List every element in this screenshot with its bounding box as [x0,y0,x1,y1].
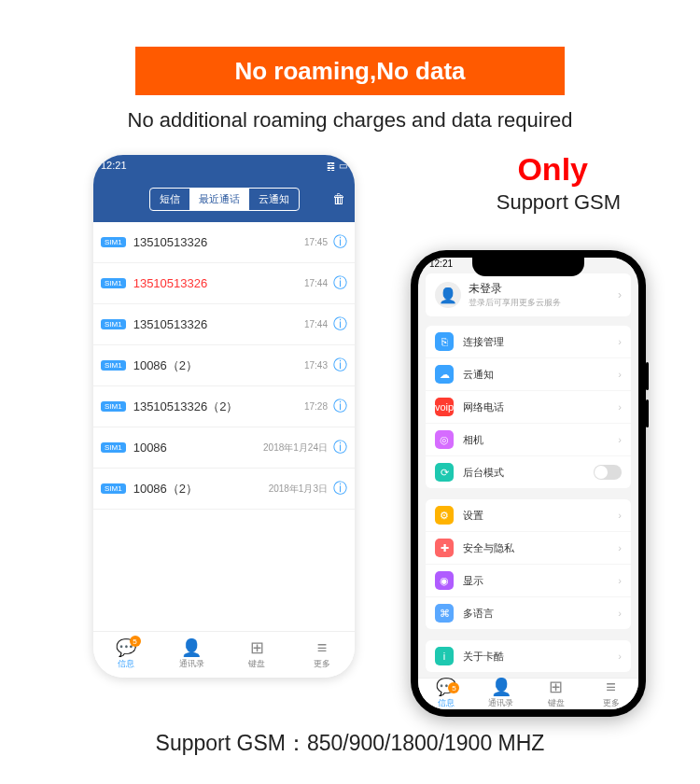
subtitle: No additional roaming charges and data r… [0,108,700,133]
tab-sms[interactable]: 短信 [150,189,189,210]
row-icon: ⎘ [435,332,454,351]
row-label: 多语言 [463,607,618,621]
tab-contacts-r[interactable]: 👤 通讯录 [473,679,528,709]
tab-more[interactable]: ≡ 更多 [289,632,355,678]
row-label: 设置 [463,509,618,523]
settings-row[interactable]: ◎相机› [426,424,631,456]
tab-messages-r[interactable]: 5 💬 信息 [418,679,473,709]
sim-badge: SIM1 [101,319,126,329]
call-row[interactable]: SIM11351051332617:44ⓘ [93,304,355,345]
call-row[interactable]: SIM113510513326（2）17:28ⓘ [93,386,355,427]
info-icon[interactable]: ⓘ [333,233,347,251]
tab-more-r[interactable]: ≡ 更多 [583,679,638,709]
settings-row[interactable]: voip网络电话› [426,391,631,424]
more-icon: ≡ [317,639,328,656]
chevron-right-icon: › [618,608,622,619]
info-icon[interactable]: ⓘ [333,398,347,415]
avatar-icon: 👤 [435,282,461,308]
more-icon: ≡ [606,679,616,695]
sim-badge: SIM1 [101,278,126,288]
info-icon[interactable]: ⓘ [333,480,347,497]
row-icon: voip [435,398,454,416]
row-icon: ◉ [435,571,454,590]
tab-cloud[interactable]: 云通知 [249,189,299,210]
tabbar-right: 5 💬 信息 👤 通讯录 ⊞ 键盘 ≡ 更多 [418,678,638,709]
info-icon[interactable]: ⓘ [333,315,347,333]
wifi-icon: ䷿ [327,161,335,171]
settings-row[interactable]: ⌘多语言› [426,597,631,629]
info-icon[interactable]: ⓘ [333,439,347,456]
row-icon: ⌘ [435,604,454,623]
chevron-right-icon: › [618,510,622,521]
call-number: 10086（2） [133,357,304,374]
row-icon: ◎ [435,430,454,449]
call-number: 10086（2） [133,481,269,497]
chevron-right-icon: › [618,575,622,586]
row-label: 安全与隐私 [463,541,618,555]
status-time-right: 12:21 [429,259,453,269]
dial-icon: ⊞ [549,679,563,695]
call-row[interactable]: SIM110086（2）17:43ⓘ [93,345,355,386]
call-row[interactable]: SIM110086（2）2018年1月3日ⓘ [93,469,355,510]
settings-row[interactable]: ◉显示› [426,565,631,597]
phone-left: 12:21 ䷿ ▭ 短信 最近通话 云通知 🗑 SIM1135105133261… [93,155,355,678]
badge: 5 [130,636,141,647]
tabbar-left: 5 💬 信息 👤 通讯录 ⊞ 键盘 ≡ 更多 [93,631,355,678]
info-icon[interactable]: ⓘ [333,357,347,374]
settings-row[interactable]: ✚安全与隐私› [426,532,631,565]
call-row[interactable]: SIM11351051332617:44ⓘ [93,263,355,304]
tab-contacts[interactable]: 👤 通讯录 [159,632,224,678]
settings-row[interactable]: ⎘连接管理› [426,326,631,358]
row-label: 连接管理 [463,335,618,349]
row-icon: ⚙ [435,506,454,525]
call-number: 13510513326（2） [133,399,304,415]
chevron-right-icon: › [618,288,622,301]
sim-badge: SIM1 [101,483,126,494]
contacts-icon: 👤 [181,639,202,656]
info-icon[interactable]: ⓘ [333,274,347,292]
call-time: 17:44 [304,278,328,288]
settings-row[interactable]: ⟳后台模式 [426,456,631,488]
banner: No roaming,No data [135,47,565,95]
notch [472,258,584,276]
status-bar: 12:21 ䷿ ▭ [93,155,355,175]
tab-recent[interactable]: 最近通话 [189,189,249,210]
row-icon: i [435,647,454,665]
badge-r: 5 [448,682,459,693]
only-label: Only [517,151,588,188]
call-row[interactable]: SIM11351051332617:45ⓘ [93,222,355,263]
call-time: 17:43 [304,360,328,371]
call-row[interactable]: SIM1100862018年1月24日ⓘ [93,427,355,469]
tab-dial-r[interactable]: ⊞ 键盘 [528,679,583,709]
call-time: 2018年1月24日 [263,441,328,455]
call-number: 13510513326 [133,317,304,331]
contacts-icon: 👤 [491,679,511,695]
header-tabs: 短信 最近通话 云通知 🗑 [93,175,355,222]
footer-text: Support GSM：850/900/1800/1900 MHZ [0,729,700,758]
phone-right-frame: 12:21 👤 未登录 登录后可享用更多云服务 › ⎘连接管理›☁云通知›voi… [411,250,646,717]
trash-icon[interactable]: 🗑 [332,191,345,206]
tab-messages[interactable]: 5 💬 信息 [93,632,159,678]
call-time: 17:28 [304,401,328,412]
row-label: 后台模式 [463,466,594,480]
profile-row[interactable]: 👤 未登录 登录后可享用更多云服务 › [426,273,631,316]
settings-row[interactable]: i关于卡酷› [426,640,631,672]
row-icon: ✚ [435,539,454,557]
battery-icon: ▭ [339,161,347,171]
row-label: 网络电话 [463,400,618,414]
call-list[interactable]: SIM11351051332617:45ⓘSIM11351051332617:4… [93,222,355,631]
call-time: 2018年1月3日 [269,483,328,496]
call-time: 17:45 [304,237,328,247]
settings-row[interactable]: ⚙设置› [426,499,631,532]
profile-title: 未登录 [469,281,561,297]
settings-row[interactable]: ☁云通知› [426,358,631,391]
settings-group-3: i关于卡酷› [426,640,631,672]
chevron-right-icon: › [618,401,622,413]
row-label: 相机 [463,433,618,447]
row-label: 关于卡酷 [463,650,618,664]
tab-dial[interactable]: ⊞ 键盘 [224,632,289,678]
phone-right: 12:21 👤 未登录 登录后可享用更多云服务 › ⎘连接管理›☁云通知›voi… [418,258,638,709]
row-icon: ☁ [435,365,454,384]
toggle[interactable] [594,465,622,480]
chevron-right-icon: › [618,542,622,553]
